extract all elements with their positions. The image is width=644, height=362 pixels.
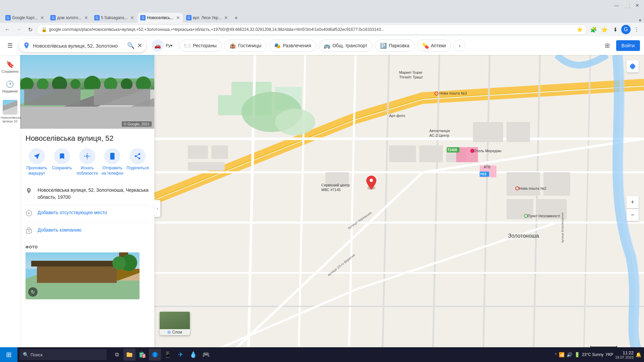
map-controls-container: + −	[627, 196, 639, 221]
taskbar-app8[interactable]: 🎮	[200, 349, 212, 361]
back-btn[interactable]: ←	[3, 25, 12, 34]
start-btn[interactable]: ⊞	[0, 347, 17, 362]
sidebar-recent[interactable]: 🕐 Недавние	[2, 80, 18, 93]
zoom-out-btn[interactable]: −	[627, 209, 639, 221]
profile-btn[interactable]: G	[621, 25, 631, 34]
taskbar-file-explorer[interactable]	[123, 349, 136, 361]
filter-entertainment[interactable]: 🎭 Развлечения	[269, 40, 316, 52]
new-tab-btn[interactable]: +	[231, 13, 241, 23]
filter-transport[interactable]: 🚌 Общ. транспорт	[319, 40, 372, 52]
taskbar-ms-store[interactable]: 🛍️	[136, 349, 148, 361]
map-area[interactable]: Нова пошта №3 Арт-фото Автостанція АС-2 …	[154, 55, 644, 362]
chrome-menu-btn[interactable]: ⋮	[632, 25, 641, 34]
main-area: 🔖 Сохранено 🕐 Недавние Новоселівська вул…	[0, 55, 644, 362]
sidebar-saved[interactable]: 🔖 Сохранено	[2, 60, 19, 73]
filter-parking[interactable]: 🅿️ Парковка	[375, 40, 414, 52]
tab-5-saksagans[interactable]: G 5 Saksagans... ✕	[92, 13, 137, 23]
taskbar-language[interactable]: УКР	[605, 352, 613, 357]
svg-rect-9	[188, 145, 208, 159]
svg-text:Маркет Super: Маркет Super	[399, 70, 423, 74]
svg-text:АТБ: АТБ	[484, 165, 490, 169]
maps-filters-bar: 🍽️ Рестораны 🏨 Гостиницы 🎭 Развлечения 🚌…	[179, 40, 466, 52]
svg-text:вулиця Благовіщення: вулиця Благовіщення	[561, 213, 564, 243]
svg-text:Нова пошта №2: Нова пошта №2	[519, 186, 546, 190]
clock[interactable]: 11:22 19.07.2023	[615, 350, 634, 359]
svg-rect-13	[419, 145, 443, 162]
systray-caret[interactable]: ^	[555, 352, 557, 357]
panel-collapse-btn[interactable]: ‹	[154, 200, 160, 217]
network-icon[interactable]: 📶	[559, 352, 565, 357]
refresh-btn[interactable]: ↻	[25, 25, 35, 34]
svg-text:Пункт Незламності: Пункт Незламності	[528, 214, 560, 218]
extensions-btn[interactable]: 🧩	[589, 25, 598, 34]
maps-search-input[interactable]	[33, 43, 124, 49]
filter-restaurants[interactable]: 🍽️ Рестораны	[179, 40, 222, 52]
svg-rect-10	[211, 145, 228, 159]
battery-icon[interactable]: 🔋	[574, 352, 580, 357]
sidebar-place-thumbnail[interactable]: Новоселівська вулиця, 52	[1, 100, 19, 123]
svg-point-8	[275, 109, 315, 135]
svg-text:Сервісний центр: Сервісний центр	[321, 183, 350, 187]
taskbar-task-view[interactable]: ⧉	[111, 349, 123, 361]
taskbar-search-box[interactable]: 🔍 Поиск	[19, 349, 107, 360]
minimize-btn[interactable]: —	[614, 3, 619, 8]
panel-content: Новоселівська вулиця, 52 Проложить маршр…	[20, 129, 154, 305]
action-buttons-row: Проложить маршрут Сохранить Искать побли…	[25, 148, 149, 176]
taskbar-viber[interactable]: 📱	[162, 349, 174, 361]
more-filters-btn[interactable]: ›	[453, 40, 466, 52]
address-bar[interactable]: 🔒 google.com/maps/place/Новоселівська+ву…	[37, 24, 587, 35]
svg-rect-15	[473, 122, 503, 142]
route-icon	[33, 153, 41, 160]
notification-btn[interactable]: 🔔	[636, 352, 641, 357]
weather-display[interactable]: 23°C Sunny	[582, 352, 603, 357]
nearby-icon	[84, 153, 91, 160]
transit-mode-btn[interactable]: 🚗	[152, 40, 164, 52]
street-view-image[interactable]: © Google, 2021	[20, 55, 154, 129]
maps-search-box[interactable]: 🔍 ✕	[19, 39, 146, 52]
apps-grid-btn[interactable]: ⊞	[601, 40, 613, 52]
map-svg: Нова пошта №3 Арт-фото Автостанція АС-2 …	[154, 55, 644, 362]
forward-btn[interactable]: →	[14, 25, 23, 34]
action-nearby[interactable]: Искать поблизости	[76, 148, 98, 176]
tab-google-maps[interactable]: G Google Карт... ✕	[3, 13, 47, 23]
share-icon	[134, 153, 141, 160]
action-share[interactable]: Поделиться	[126, 148, 149, 176]
bookmark-icon	[58, 153, 66, 160]
svg-text:АС-2 Центр: АС-2 Центр	[429, 133, 449, 137]
bookmark-btn[interactable]: ⭐	[600, 25, 609, 34]
place-title: Новоселівська вулиця, 52	[25, 134, 149, 143]
maps-clear-btn[interactable]: ✕	[137, 42, 142, 49]
tab-list-btn[interactable]: ▾	[639, 18, 641, 23]
send-phone-icon	[109, 153, 116, 160]
add-missing-place[interactable]: Добавить отсутствующее место	[25, 205, 149, 223]
taskbar-fluid[interactable]: 💧	[187, 349, 199, 361]
zoom-in-btn[interactable]: +	[627, 196, 639, 208]
maximize-btn[interactable]: ⬜	[624, 3, 630, 8]
svg-rect-20	[543, 172, 570, 196]
svg-text:МВС #7145: МВС #7145	[321, 188, 341, 192]
download-btn[interactable]: ⬇	[610, 25, 620, 34]
tab-novosilivska[interactable]: G Новоселівсь... ✕	[138, 13, 183, 23]
layer-control[interactable]: ⊞ Слои	[160, 312, 190, 335]
action-save[interactable]: Сохранить	[51, 148, 73, 176]
taskbar-browser[interactable]	[149, 349, 161, 361]
add-missing-text: Добавить отсутствующее место	[38, 209, 107, 216]
location-btn[interactable]	[627, 60, 639, 72]
maps-menu-btn[interactable]: ☰	[4, 40, 16, 52]
close-btn[interactable]: ✕	[635, 3, 639, 8]
maps-sign-in-btn[interactable]: Войти	[616, 40, 640, 51]
filter-hotels[interactable]: 🏨 Гостиницы	[224, 40, 266, 52]
taskbar-telegram[interactable]: ✈	[174, 349, 186, 361]
tab-lesi-ukr[interactable]: G вул. Леси Укр... ✕	[183, 13, 231, 23]
svg-rect-12	[389, 145, 416, 162]
svg-text:Н15: Н15	[480, 172, 487, 176]
filter-pharmacy[interactable]: 💊 Аптеки	[417, 40, 451, 52]
photo-thumbnail[interactable]: ↻	[25, 252, 140, 299]
tab-dom-zoloto[interactable]: G дом золото... ✕	[48, 13, 91, 23]
taskbar-search-label: Поиск	[31, 352, 43, 357]
maps-search-btn[interactable]: 🔍	[127, 42, 135, 49]
action-route[interactable]: Проложить маршрут	[25, 148, 48, 176]
sound-icon[interactable]: 🔊	[567, 352, 572, 357]
action-send-phone[interactable]: Отправить на телефон	[101, 148, 124, 176]
add-company[interactable]: Добавить компанию	[25, 223, 149, 240]
